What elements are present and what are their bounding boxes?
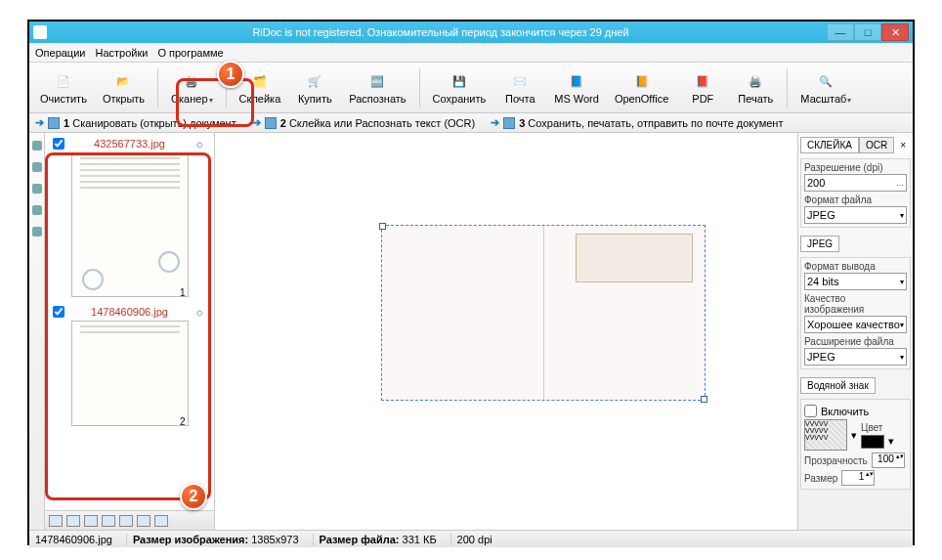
thumb-checkbox[interactable] [53,138,64,150]
menu-settings[interactable]: Настройки [95,47,148,59]
callout-badge-1: 1 [217,61,244,88]
brightness-icon[interactable]: ☼ [194,306,206,318]
opacity-label: Прозрачность [804,455,868,466]
menu-operations[interactable]: Операции [35,47,85,59]
size-spinner[interactable]: 1 [841,470,875,486]
hint-step-2: 2 Склейка или Распознать текст (OCR) [280,117,475,129]
status-filename: 1478460906.jpg [35,534,112,545]
open-button[interactable]: 📂Открыть [98,65,150,110]
output-select[interactable]: 24 bits▾ [804,273,907,290]
resolution-label: Разрешение (dpi) [804,162,907,173]
rail-icon[interactable] [32,141,42,151]
extension-select[interactable]: JPEG▾ [804,348,907,366]
size-label: Размер [804,473,837,484]
word-icon: 📘 [565,70,588,92]
hint-step-1: 1 Сканировать (открыть) документ [64,117,236,129]
document-preview[interactable] [381,225,706,401]
quality-label: Качество изображения [804,293,907,315]
tab-glue[interactable]: СКЛЕЙКА [800,137,859,153]
save-icon: 💾 [448,70,471,92]
rail-icon[interactable] [32,227,42,237]
status-dimensions: Размер изображения: 1385x973 [126,534,299,545]
magnifier-icon: 🔍 [814,70,837,92]
print-button[interactable]: 🖨️Печать [732,65,779,110]
hint-step-3: 3 Сохранить, печатать, отправить по почт… [519,117,783,129]
watermark-enable-checkbox[interactable] [804,405,817,417]
tab-watermark[interactable]: Водяной знак [800,377,876,394]
glue-icon: 🗂️ [248,70,272,92]
watermark-pattern[interactable]: VVVVV VVVVV VVVVV [804,419,847,451]
watermark-enable-label: Включить [821,406,869,417]
opacity-spinner[interactable]: 100 [872,452,905,468]
quality-select[interactable]: Хорошее качество▾ [804,316,907,333]
maximize-button[interactable]: □ [854,23,881,41]
close-button[interactable]: ✕ [881,23,909,41]
status-bar: 1478460906.jpg Размер изображения: 1385x… [29,530,913,547]
hint-bar: ➔1 Сканировать (открыть) документ ➔2 Скл… [29,113,913,133]
thumb-preview[interactable]: 2 [71,321,189,426]
clear-button[interactable]: 📄Очистить [35,65,92,110]
thumbnail-item[interactable]: 432567733.jpg ☼ 1 [51,137,208,297]
brightness-icon[interactable]: ☼ [194,138,206,150]
mail-button[interactable]: ✉️Почта [496,65,543,110]
watermark-color-picker[interactable] [861,435,884,449]
stamp-region [576,234,693,282]
thumb-filename: 432567733.jpg [70,138,189,150]
scanner-button[interactable]: 🖨️Сканер▾ [166,65,217,110]
callout-badge-2: 2 [180,483,207,510]
pdf-icon: 📕 [691,70,714,92]
tab-jpeg[interactable]: JPEG [800,236,839,252]
glue-mini-icon [265,117,277,129]
main-toolbar: 📄Очистить 📂Открыть 🖨️Сканер▾ 🗂️Склейка 🛒… [29,63,913,113]
page-blank-icon: 📄 [52,70,75,92]
cart-icon: 🛒 [303,70,326,92]
panel-close-icon[interactable]: × [894,138,912,152]
scan-mini-icon [48,117,60,129]
status-filesize: Размер файла: 331 КБ [313,534,437,545]
thumbnail-item[interactable]: 1478460906.jpg ☼ 2 [51,305,208,426]
rail-icon[interactable] [32,162,42,172]
thumb-tool-icon[interactable] [66,515,80,527]
printer-icon: 🖨️ [744,70,767,92]
pdf-button[interactable]: 📕PDF [679,65,726,110]
ocr-icon: 🔤 [365,70,389,92]
menu-bar: Операции Настройки О программе [29,43,913,63]
thumb-tool-icon[interactable] [119,515,133,527]
tab-ocr[interactable]: OCR [859,137,894,153]
mail-icon: ✉️ [508,70,532,92]
scanner-icon: 🖨️ [180,70,203,92]
extension-label: Расширение файла [804,336,907,347]
thumb-tool-icon[interactable] [154,515,168,527]
output-label: Формат вывода [804,261,907,272]
thumb-tool-icon[interactable] [84,515,98,527]
app-icon [33,25,47,39]
word-button[interactable]: 📘MS Word [549,65,604,110]
thumb-preview[interactable]: 1 [71,152,189,297]
openoffice-icon: 📙 [630,70,654,92]
save-button[interactable]: 💾Сохранить [428,65,492,110]
folder-open-icon: 📂 [111,70,135,92]
thumb-tool-icon[interactable] [49,515,63,527]
watermark-color-label: Цвет [861,422,894,433]
thumb-tool-icon[interactable] [137,515,150,527]
thumb-tool-icon[interactable] [102,515,115,527]
openoffice-button[interactable]: 📙OpenOffice [610,65,673,110]
status-dpi: 200 dpi [450,534,492,545]
thumb-filename: 1478460906.jpg [70,306,189,318]
menu-about[interactable]: О программе [157,47,223,59]
left-tool-rail [29,133,45,530]
preview-canvas[interactable] [215,133,797,530]
minimize-button[interactable]: — [827,23,854,41]
window-title: RiDoc is not registered. Ознакомительный… [55,26,827,38]
resolution-select[interactable]: 200… [804,174,907,192]
buy-button[interactable]: 🛒Купить [291,65,338,110]
ocr-button[interactable]: 🔤Распознать [344,65,410,110]
thumb-checkbox[interactable] [53,306,64,318]
format-label: Формат файла [804,194,907,205]
zoom-button[interactable]: 🔍Масштаб▾ [795,65,856,110]
rail-icon[interactable] [32,205,42,215]
thumb-toolbar [45,510,214,530]
rail-icon[interactable] [32,184,42,194]
format-select[interactable]: JPEG▾ [804,206,907,224]
title-bar: RiDoc is not registered. Ознакомительный… [29,22,913,43]
